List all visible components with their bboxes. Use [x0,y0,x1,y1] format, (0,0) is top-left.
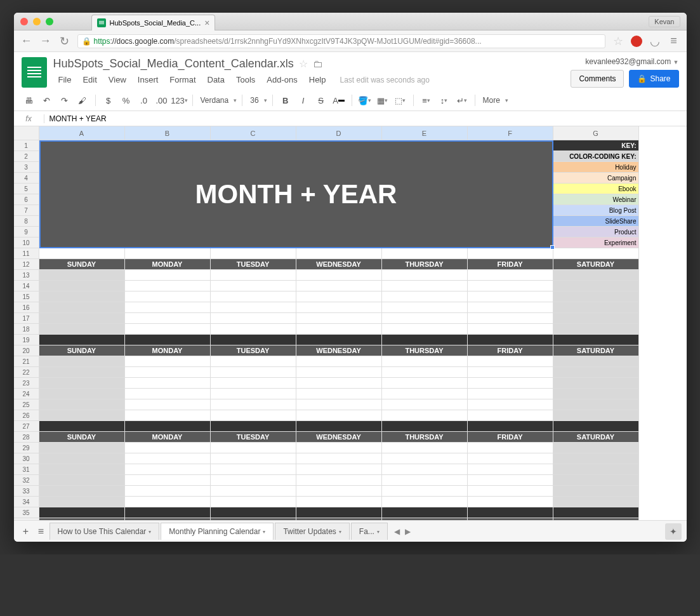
row-header-24[interactable]: 24 [14,389,39,399]
share-button[interactable]: 🔒 Share [629,70,678,88]
font-select[interactable]: Verdana [198,96,232,105]
calendar-cell[interactable] [211,324,296,335]
calendar-cell[interactable] [39,410,125,421]
legend-ebook[interactable]: Ebook [553,184,639,194]
calendar-cell[interactable] [39,270,125,281]
calendar-cell[interactable] [39,497,125,507]
calendar-cell[interactable] [211,453,296,464]
calendar-cell[interactable] [211,410,296,421]
calendar-cell[interactable] [211,270,296,281]
calendar-cell[interactable] [553,399,639,410]
calendar-cell[interactable] [296,281,382,291]
separator-cell[interactable] [39,507,125,518]
row-header-15[interactable]: 15 [14,291,39,302]
paint-format-icon[interactable]: 🖌 [75,93,90,108]
calendar-cell[interactable] [125,291,211,302]
sheet-tab[interactable]: Fa...▾ [351,523,388,540]
chrome-user-badge[interactable]: Kevan [649,16,680,27]
calendar-cell[interactable] [468,410,553,421]
calendar-cell[interactable] [468,378,553,389]
calendar-cell[interactable] [382,497,468,507]
separator-cell[interactable] [468,335,553,345]
calendar-cell[interactable] [211,464,296,475]
day-header-sunday[interactable]: SUNDAY [39,518,125,520]
calendar-cell[interactable] [125,270,211,281]
calendar-cell[interactable] [553,497,639,507]
day-header-friday[interactable]: FRIDAY [468,432,553,443]
day-header-saturday[interactable]: SATURDAY [553,345,639,356]
calendar-cell[interactable] [296,475,382,486]
calendar-cell[interactable] [39,475,125,486]
row-header-22[interactable]: 22 [14,367,39,378]
calendar-cell[interactable] [125,410,211,421]
sheet-tab[interactable]: How to Use This Calendar▾ [50,523,160,540]
calendar-cell[interactable] [296,324,382,335]
calendar-cell[interactable] [468,399,553,410]
calendar-cell[interactable] [125,475,211,486]
day-header-thursday[interactable]: THURSDAY [382,259,468,270]
day-header-tuesday[interactable]: TUESDAY [211,432,296,443]
calendar-cell[interactable] [125,367,211,378]
maximize-window-button[interactable] [46,18,53,25]
row-header-13[interactable]: 13 [14,270,39,281]
chevron-down-icon[interactable]: ▾ [149,529,151,535]
row-header-28[interactable]: 28 [14,432,39,443]
calendar-cell[interactable] [125,302,211,313]
calendar-cell[interactable] [296,497,382,507]
calendar-cell[interactable] [553,324,639,335]
calendar-cell[interactable] [296,486,382,497]
calendar-cell[interactable] [382,302,468,313]
format-percent-icon[interactable]: % [119,93,134,108]
bookmark-star-icon[interactable]: ☆ [612,34,624,48]
separator-cell[interactable] [382,507,468,518]
row-header-10[interactable]: 10 [14,238,39,248]
calendar-cell[interactable] [382,389,468,399]
calendar-cell[interactable] [211,486,296,497]
calendar-cell[interactable] [553,356,639,367]
text-color-icon[interactable]: A [331,93,347,108]
legend-campaign[interactable]: Campaign [553,173,639,184]
row-header-26[interactable]: 26 [14,410,39,421]
day-header-sunday[interactable]: SUNDAY [39,345,125,356]
calendar-cell[interactable] [211,367,296,378]
folder-icon[interactable]: 🗀 [313,58,323,70]
menu-add-ons[interactable]: Add-ons [261,73,302,86]
calendar-cell[interactable] [39,356,125,367]
calendar-cell[interactable] [125,443,211,453]
menu-data[interactable]: Data [202,73,230,86]
row-header-23[interactable]: 23 [14,378,39,389]
sheets-logo-icon[interactable] [22,57,47,88]
empty-cell[interactable] [296,248,382,259]
calendar-cell[interactable] [211,399,296,410]
day-header-tuesday[interactable]: TUESDAY [211,345,296,356]
calendar-cell[interactable] [211,475,296,486]
calendar-cell[interactable] [296,367,382,378]
redo-icon[interactable]: ↷ [57,93,72,108]
calendar-cell[interactable] [125,497,211,507]
day-header-tuesday[interactable]: TUESDAY [211,259,296,270]
row-header-11[interactable]: 11 [14,248,39,259]
row-header-27[interactable]: 27 [14,421,39,432]
separator-cell[interactable] [468,507,553,518]
calendar-cell[interactable] [39,302,125,313]
row-header-32[interactable]: 32 [14,475,39,486]
empty-cell[interactable] [468,248,553,259]
tab-prev-icon[interactable]: ◀ [394,527,400,536]
forward-button[interactable]: → [39,34,52,48]
separator-cell[interactable] [125,335,211,345]
calendar-cell[interactable] [211,313,296,324]
strikethrough-icon[interactable]: S [314,93,329,108]
calendar-cell[interactable] [382,443,468,453]
extension-icon[interactable] [631,36,642,47]
calendar-cell[interactable] [296,291,382,302]
separator-cell[interactable] [211,507,296,518]
calendar-cell[interactable] [382,475,468,486]
calendar-cell[interactable] [382,453,468,464]
calendar-cell[interactable] [553,410,639,421]
col-header-A[interactable]: A [39,126,125,140]
calendar-cell[interactable] [468,291,553,302]
separator-cell[interactable] [211,421,296,432]
separator-cell[interactable] [211,335,296,345]
selection-handle[interactable] [550,245,555,250]
color-key-header-cell[interactable]: COLOR-CODING KEY: [553,151,639,162]
